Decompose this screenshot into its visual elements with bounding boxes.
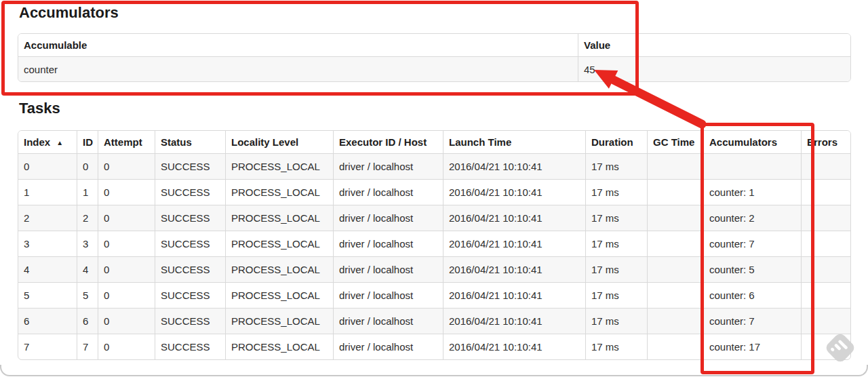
task-row: 550 SUCCESSPROCESS_LOCALdriver / localho… <box>18 282 850 308</box>
task-cell-id: 4 <box>77 256 98 282</box>
task-cell-status: SUCCESS <box>155 334 225 359</box>
task-cell-duration: 17 ms <box>585 205 647 231</box>
task-cell-launch-time: 2016/04/21 10:10:41 <box>443 231 585 256</box>
task-cell-executor: driver / localhost <box>333 205 443 231</box>
task-cell-launch-time: 2016/04/21 10:10:41 <box>443 205 585 231</box>
task-row: 660 SUCCESSPROCESS_LOCALdriver / localho… <box>18 308 850 334</box>
accumulable-value-cell: 45 <box>578 56 850 81</box>
task-cell-launch-time: 2016/04/21 10:10:41 <box>443 308 585 334</box>
task-cell-index: 3 <box>18 231 77 256</box>
task-cell-accumulators: counter: 5 <box>703 256 801 282</box>
task-cell-locality-level: PROCESS_LOCAL <box>225 231 333 256</box>
accumulators-table: Accumulable Value counter 45 <box>18 33 851 82</box>
task-cell-errors <box>801 282 850 308</box>
value-column-header: Value <box>578 34 850 56</box>
tasks-col-header-executor[interactable]: Executor ID / Host <box>333 131 443 153</box>
task-cell-index: 1 <box>18 179 77 205</box>
tasks-col-header-accumulators[interactable]: Accumulators <box>703 131 801 153</box>
task-cell-accumulators: counter: 6 <box>703 282 801 308</box>
task-cell-errors <box>801 179 850 205</box>
tasks-col-header-status[interactable]: Status <box>155 131 225 153</box>
task-cell-status: SUCCESS <box>155 179 225 205</box>
task-cell-attempt: 0 <box>98 205 155 231</box>
task-cell-duration: 17 ms <box>585 282 647 308</box>
tasks-col-header-errors[interactable]: Errors <box>801 131 850 153</box>
task-cell-attempt: 0 <box>98 282 155 308</box>
task-cell-accumulators: counter: 7 <box>703 308 801 334</box>
task-cell-errors <box>801 153 850 179</box>
task-cell-duration: 17 ms <box>585 334 647 359</box>
task-cell-executor: driver / localhost <box>333 308 443 334</box>
task-cell-executor: driver / localhost <box>333 153 443 179</box>
task-cell-executor: driver / localhost <box>333 256 443 282</box>
task-cell-gc-time <box>647 231 703 256</box>
task-cell-attempt: 0 <box>98 153 155 179</box>
tasks-col-header-launch-time[interactable]: Launch Time <box>443 131 585 153</box>
task-cell-duration: 17 ms <box>585 179 647 205</box>
task-cell-id: 2 <box>77 205 98 231</box>
task-cell-index: 0 <box>18 153 77 179</box>
task-cell-launch-time: 2016/04/21 10:10:41 <box>443 256 585 282</box>
tasks-col-header-duration[interactable]: Duration <box>585 131 647 153</box>
accumulators-header-row: Accumulable Value <box>18 34 850 56</box>
tasks-col-header-attempt[interactable]: Attempt <box>98 131 155 153</box>
task-cell-launch-time: 2016/04/21 10:10:41 <box>443 179 585 205</box>
task-cell-id: 1 <box>77 179 98 205</box>
task-cell-accumulators: counter: 2 <box>703 205 801 231</box>
task-cell-launch-time: 2016/04/21 10:10:41 <box>443 153 585 179</box>
tasks-table-body: 000 SUCCESSPROCESS_LOCALdriver / localho… <box>18 153 850 359</box>
task-cell-launch-time: 2016/04/21 10:10:41 <box>443 282 585 308</box>
task-cell-attempt: 0 <box>98 334 155 359</box>
task-cell-attempt: 0 <box>98 231 155 256</box>
accumulable-column-header: Accumulable <box>18 34 578 56</box>
window-bottom-edge <box>0 365 868 376</box>
task-row: 220 SUCCESSPROCESS_LOCALdriver / localho… <box>18 205 850 231</box>
task-cell-accumulators: counter: 1 <box>703 179 801 205</box>
tasks-col-header-id[interactable]: ID <box>77 131 98 153</box>
task-cell-duration: 17 ms <box>585 153 647 179</box>
task-cell-executor: driver / localhost <box>333 231 443 256</box>
task-cell-locality-level: PROCESS_LOCAL <box>225 256 333 282</box>
task-cell-locality-level: PROCESS_LOCAL <box>225 153 333 179</box>
tasks-col-header-gc-time[interactable]: GC Time <box>647 131 703 153</box>
task-cell-status: SUCCESS <box>155 256 225 282</box>
task-row: 770 SUCCESSPROCESS_LOCALdriver / localho… <box>18 334 850 359</box>
task-cell-gc-time <box>647 153 703 179</box>
tasks-col-header-index-label: Index <box>24 136 50 148</box>
task-cell-status: SUCCESS <box>155 282 225 308</box>
task-cell-attempt: 0 <box>98 256 155 282</box>
task-cell-accumulators <box>703 153 801 179</box>
task-cell-errors <box>801 205 850 231</box>
task-cell-id: 0 <box>77 153 98 179</box>
task-cell-gc-time <box>647 179 703 205</box>
task-cell-locality-level: PROCESS_LOCAL <box>225 179 333 205</box>
task-cell-id: 7 <box>77 334 98 359</box>
task-cell-id: 6 <box>77 308 98 334</box>
task-cell-errors <box>801 231 850 256</box>
task-cell-errors <box>801 334 850 359</box>
task-cell-executor: driver / localhost <box>333 179 443 205</box>
task-cell-status: SUCCESS <box>155 231 225 256</box>
task-cell-duration: 17 ms <box>585 256 647 282</box>
task-cell-locality-level: PROCESS_LOCAL <box>225 308 333 334</box>
task-cell-id: 5 <box>77 282 98 308</box>
task-cell-attempt: 0 <box>98 179 155 205</box>
task-cell-errors <box>801 256 850 282</box>
task-cell-gc-time <box>647 334 703 359</box>
tasks-table: Index▲ ID Attempt Status Locality Level … <box>18 130 851 360</box>
accumulable-name-cell: counter <box>18 56 578 81</box>
tasks-col-header-locality-level[interactable]: Locality Level <box>225 131 333 153</box>
task-cell-id: 3 <box>77 231 98 256</box>
task-cell-gc-time <box>647 256 703 282</box>
spark-stage-page: { "accumulators_section": { "title": "Ac… <box>0 0 868 377</box>
task-row: 110 SUCCESSPROCESS_LOCALdriver / localho… <box>18 179 850 205</box>
task-cell-locality-level: PROCESS_LOCAL <box>225 205 333 231</box>
tasks-col-header-index[interactable]: Index▲ <box>18 131 77 153</box>
task-cell-index: 4 <box>18 256 77 282</box>
task-cell-index: 5 <box>18 282 77 308</box>
tasks-header-row: Index▲ ID Attempt Status Locality Level … <box>18 131 850 153</box>
task-cell-executor: driver / localhost <box>333 334 443 359</box>
task-cell-index: 2 <box>18 205 77 231</box>
task-cell-gc-time <box>647 205 703 231</box>
task-cell-attempt: 0 <box>98 308 155 334</box>
